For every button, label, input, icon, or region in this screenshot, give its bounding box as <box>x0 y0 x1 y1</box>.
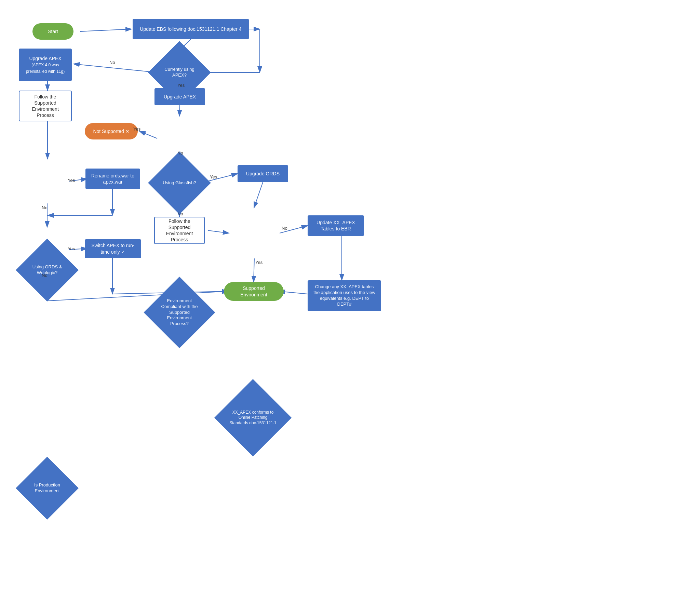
label-no1: No <box>109 60 115 65</box>
switch-apex-label: Switch APEX to run-time only ✓ <box>89 242 136 255</box>
svg-line-3 <box>74 64 157 73</box>
follow-supported-center-label: Follow the Supported Environment Process <box>160 218 199 243</box>
env-compliant-node: Environment Compliant with the Supported… <box>154 287 205 338</box>
not-supported-node: Not Supported ✕ <box>85 123 138 139</box>
svg-line-6 <box>139 131 157 138</box>
xx-apex-conforms-text: XX_APEX conforms to Online Patching Stan… <box>226 390 280 445</box>
currently-apex-text: Currently using APEX? <box>157 50 202 95</box>
label-yes4: Yes <box>210 174 217 180</box>
env-compliant-text: Environment Compliant with the Supported… <box>154 287 205 338</box>
supported-env-label: Supported Environment <box>234 285 274 297</box>
supported-env-node: Supported Environment <box>224 282 284 301</box>
is-production-text: Is Production Environment <box>25 466 70 511</box>
upgrade-ords-node: Upgrade ORDS <box>238 165 288 182</box>
svg-line-1 <box>80 29 132 32</box>
not-supported-label: Not Supported ✕ <box>93 128 129 134</box>
label-no4: No <box>177 211 183 217</box>
change-xx-apex-node: Change any XX_APEX tables the applicatio… <box>308 280 381 311</box>
switch-apex-node: Switch APEX to run-time only ✓ <box>85 239 141 258</box>
upgrade-apex-left-label: Upgrade APEX(APEX 4.0 was preinstalled w… <box>24 56 67 74</box>
svg-line-5 <box>179 105 180 116</box>
label-yes2: Yes <box>133 126 140 132</box>
update-ebs-node: Update EBS following doc.1531121.1 Chapt… <box>133 19 249 39</box>
follow-supported-center-node: Follow the Supported Environment Process <box>154 217 205 244</box>
svg-line-14 <box>254 182 263 208</box>
upgrade-apex-left-node: Upgrade APEX(APEX 4.0 was preinstalled w… <box>19 49 72 81</box>
currently-apex-node: Currently using APEX? <box>157 50 202 95</box>
update-xx-apex-node: Update XX_APEX Tables to EBR <box>308 216 364 236</box>
update-ebs-label: Update EBS following doc.1531121.1 Chapt… <box>140 26 241 32</box>
change-xx-apex-label: Change any XX_APEX tables the applicatio… <box>312 284 376 307</box>
follow-supported-left-label: Follow the Supported Environment Process <box>24 94 66 119</box>
start-label: Start <box>48 28 58 35</box>
flowchart-diagram: Start Update EBS following doc.1531121.1… <box>0 0 700 615</box>
rename-ords-label: Rename ords.war to apex.war <box>90 173 135 185</box>
using-ords-node: Using ORDS & Weblogic? <box>25 248 70 292</box>
update-xx-apex-label: Update XX_APEX Tables to EBR <box>312 220 359 232</box>
is-production-node: Is Production Environment <box>25 466 70 511</box>
using-ords-text: Using ORDS & Weblogic? <box>25 248 70 292</box>
label-yes6: Yes <box>255 260 262 265</box>
start-node: Start <box>33 23 74 40</box>
label-no6: No <box>282 226 287 231</box>
xx-apex-conforms-node: XX_APEX conforms to Online Patching Stan… <box>226 390 280 445</box>
label-no2: No <box>177 150 183 156</box>
svg-line-16 <box>208 231 229 233</box>
rename-ords-node: Rename ords.war to apex.war <box>86 169 140 189</box>
using-glassfish-node: Using Glassfish? <box>157 161 202 205</box>
upgrade-ords-label: Upgrade ORDS <box>246 171 279 177</box>
label-no3: No <box>42 205 48 210</box>
label-yes3: Yes <box>68 178 75 183</box>
follow-supported-left-node: Follow the Supported Environment Process <box>19 90 72 121</box>
svg-line-19 <box>254 258 254 282</box>
using-glassfish-text: Using Glassfish? <box>157 161 202 205</box>
